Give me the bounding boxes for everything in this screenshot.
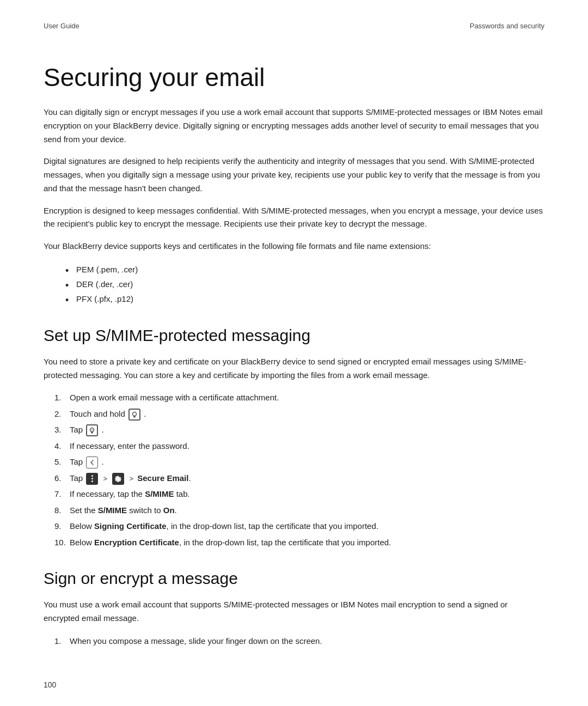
- step-num: 10.: [44, 535, 70, 550]
- list-item: 3. Tap .: [44, 423, 544, 437]
- list-item: 6. Tap > > Secure Email.: [44, 471, 544, 485]
- list-item: 8. Set the S/MIME switch to On.: [44, 503, 544, 518]
- step-num: 2.: [44, 407, 70, 421]
- list-item: PFX (.pfx, .p12): [65, 291, 544, 306]
- step-num: 6.: [44, 471, 70, 485]
- intro-para-1: You can digitally sign or encrypt messag…: [44, 106, 544, 146]
- list-item: 4. If necessary, enter the password.: [44, 439, 544, 453]
- list-item: PEM (.pem, .cer): [65, 262, 544, 277]
- list-item: 7. If necessary, tap the S/MIME tab.: [44, 487, 544, 501]
- step-content: Open a work email message with a certifi…: [70, 391, 544, 405]
- step-num: 1.: [44, 634, 70, 648]
- step-content: If necessary, tap the S/MIME tab.: [70, 487, 544, 501]
- step-content: Touch and hold .: [70, 407, 544, 421]
- list-item: 5. Tap .: [44, 455, 544, 469]
- step-num: 3.: [44, 423, 70, 437]
- section1-steps: 1. Open a work email message with a cert…: [44, 391, 544, 549]
- list-item: DER (.der, .cer): [65, 277, 544, 291]
- on-bold: On: [163, 506, 175, 515]
- cert-icon: [86, 424, 98, 436]
- back-icon: [86, 457, 98, 468]
- step-content: Set the S/MIME switch to On.: [70, 503, 544, 518]
- step-num: 8.: [44, 503, 70, 518]
- header-left: User Guide: [44, 22, 79, 30]
- file-formats-list: PEM (.pem, .cer) DER (.der, .cer) PFX (.…: [65, 262, 544, 306]
- header-bar: User Guide Passwords and security: [44, 22, 544, 30]
- gear-icon: [112, 473, 124, 485]
- intro-para-4: Your BlackBerry device supports keys and…: [44, 240, 544, 253]
- page-title: Securing your email: [44, 63, 544, 93]
- list-item: 9. Below Signing Certificate, in the dro…: [44, 519, 544, 533]
- svg-point-0: [132, 412, 136, 416]
- page-footer: 100: [44, 680, 544, 689]
- page-container: User Guide Passwords and security Securi…: [0, 0, 588, 706]
- step-num: 1.: [44, 391, 70, 405]
- step-content: Tap .: [70, 455, 544, 469]
- list-item: 2. Touch and hold .: [44, 407, 544, 421]
- page-number: 100: [44, 680, 56, 689]
- arrow-symbol: >: [103, 474, 108, 483]
- step-num: 7.: [44, 487, 70, 501]
- encryption-cert-bold: Encryption Certificate: [94, 538, 179, 547]
- smime-bold: S/MIME: [145, 489, 174, 498]
- list-item: 1. When you compose a message, slide you…: [44, 634, 544, 648]
- step-content: Below Encryption Certificate, in the dro…: [70, 535, 544, 550]
- step-num: 4.: [44, 439, 70, 453]
- step-content: Below Signing Certificate, in the drop-d…: [70, 519, 544, 533]
- cert-attach-icon: [128, 409, 140, 421]
- step-content: When you compose a message, slide your f…: [70, 634, 544, 648]
- section2-steps: 1. When you compose a message, slide you…: [44, 634, 544, 648]
- secure-email-label: Secure Email: [137, 473, 188, 483]
- section1-heading: Set up S/MIME-protected messaging: [44, 326, 544, 345]
- list-item: 1. Open a work email message with a cert…: [44, 391, 544, 405]
- step-num: 5.: [44, 455, 70, 469]
- section2-heading: Sign or encrypt a message: [44, 569, 544, 588]
- header-right: Passwords and security: [470, 22, 544, 30]
- step-num: 9.: [44, 519, 70, 533]
- intro-para-2: Digital signatures are designed to help …: [44, 155, 544, 195]
- list-item: 10. Below Encryption Certificate, in the…: [44, 535, 544, 550]
- step-content: Tap .: [70, 423, 544, 437]
- arrow-symbol: >: [129, 474, 133, 483]
- menu-icon: [86, 473, 98, 485]
- section2-intro: You must use a work email account that s…: [44, 598, 544, 625]
- step-content: Tap > > Secure Email.: [70, 471, 544, 485]
- step-content: If necessary, enter the password.: [70, 439, 544, 453]
- intro-para-3: Encryption is designed to keep messages …: [44, 204, 544, 232]
- signing-cert-bold: Signing Certificate: [94, 521, 167, 531]
- smime-bold: S/MIME: [98, 506, 127, 515]
- section1-intro: You need to store a private key and cert…: [44, 355, 544, 382]
